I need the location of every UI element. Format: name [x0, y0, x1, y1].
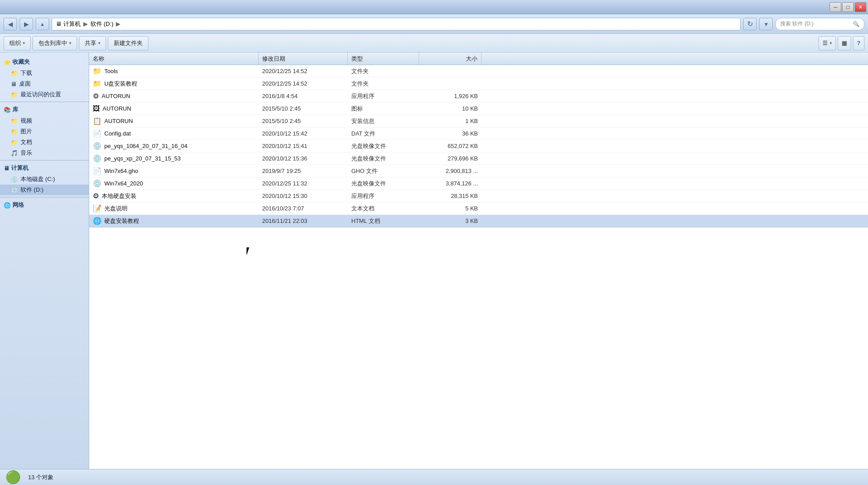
library-header[interactable]: 📚 库 — [0, 104, 89, 115]
file-type-icon: 🌐 — [93, 217, 102, 225]
download-label: 下载 — [21, 69, 32, 77]
col-header-type[interactable]: 类型 — [348, 53, 419, 65]
file-type-cell: GHO 文件 — [348, 166, 419, 176]
table-row[interactable]: 📋 AUTORUN 2015/5/10 2:45 安装信息 1 KB — [89, 115, 868, 127]
file-name-cell: 📄 Config.dat — [89, 128, 259, 139]
table-row[interactable]: 📄 Win7x64.gho 2019/9/7 19:25 GHO 文件 2,90… — [89, 165, 868, 177]
table-row[interactable]: 🖼 AUTORUN 2015/5/10 2:45 图标 10 KB — [89, 103, 868, 115]
file-size-cell: 2,900,813 ... — [419, 167, 481, 175]
file-type-icon: 📁 — [93, 67, 102, 75]
computer-header[interactable]: 🖥 计算机 — [0, 162, 89, 174]
file-list-container: 名称 修改日期 类型 大小 📁 Tools 2020/12/25 14:52 文… — [89, 53, 868, 469]
sidebar-item-localc[interactable]: 💿 本地磁盘 (C:) — [0, 174, 89, 185]
back-button[interactable]: ◀ — [4, 18, 17, 30]
share-button[interactable]: 共享 ▾ — [79, 36, 106, 50]
file-date-cell: 2015/5/10 2:45 — [259, 104, 348, 113]
maximize-button[interactable]: □ — [842, 2, 854, 12]
file-name: AUTORUN — [103, 105, 131, 112]
newfolder-label: 新建文件夹 — [114, 39, 143, 47]
file-rows: 📁 Tools 2020/12/25 14:52 文件夹 📁 U盘安装教程 20… — [89, 65, 868, 227]
up-button[interactable]: ▲ — [36, 18, 49, 30]
table-row[interactable]: 📝 光盘说明 2016/10/23 7:07 文本文档 5 KB — [89, 202, 868, 215]
table-row[interactable]: ⚙ 本地硬盘安装 2020/10/12 15:30 应用程序 28,315 KB — [89, 190, 868, 202]
file-type-cell: 文件夹 — [348, 79, 419, 89]
status-app-icon: 🟢 — [5, 470, 21, 485]
sidebar-item-picture[interactable]: 📁 图片 — [0, 126, 89, 137]
minimize-button[interactable]: ─ — [830, 2, 841, 12]
status-bar: 🟢 13 个对象 — [0, 469, 868, 485]
file-type-icon: 💿 — [93, 179, 102, 188]
file-name-cell: 💿 Win7x64_2020 — [89, 178, 259, 189]
localc-label: 本地磁盘 (C:) — [21, 175, 55, 183]
file-type-icon: 💿 — [93, 142, 102, 150]
table-row[interactable]: 💿 pe_yqs_1064_20_07_31_16_04 2020/10/12 … — [89, 140, 868, 152]
file-type-cell: DAT 文件 — [348, 129, 419, 139]
file-name: 本地硬盘安装 — [102, 192, 136, 200]
computer-section-icon: 🖥 — [4, 165, 9, 172]
table-row[interactable]: ⚙ AUTORUN 2016/1/8 4:54 应用程序 1,926 KB — [89, 90, 868, 103]
organize-label: 组织 — [9, 39, 21, 47]
file-date-cell: 2016/10/23 7:07 — [259, 204, 348, 213]
sidebar-item-desktop[interactable]: 🖥 桌面 — [0, 78, 89, 89]
file-size-cell — [419, 70, 481, 72]
refresh-button[interactable]: ↻ — [743, 18, 757, 30]
file-name-cell: 📄 Win7x64.gho — [89, 166, 259, 176]
file-type-icon: ⚙ — [93, 192, 99, 200]
col-header-name[interactable]: 名称 — [89, 53, 259, 65]
file-date-cell: 2020/12/25 14:52 — [259, 67, 348, 75]
path-computer: 计算机 — [63, 20, 81, 28]
change-view-button[interactable]: ▦ — [838, 36, 851, 50]
file-size-cell: 28,315 KB — [419, 192, 481, 200]
favorites-icon: ⭐ — [4, 59, 11, 66]
file-name: Win7x64.gho — [104, 168, 138, 174]
sidebar-item-download[interactable]: 📁 下载 — [0, 68, 89, 78]
file-name: AUTORUN — [102, 93, 130, 99]
organize-button[interactable]: 组织 ▾ — [4, 36, 31, 50]
close-button[interactable]: ✕ — [855, 2, 866, 12]
softwared-label: 软件 (D:) — [21, 186, 43, 194]
search-box[interactable]: 搜索 软件 (D:) 🔍 — [775, 18, 864, 30]
doc-icon: 📁 — [11, 139, 18, 146]
library-label: 包含到库中 — [38, 39, 67, 47]
library-arrow: ▾ — [69, 41, 71, 45]
favorites-header[interactable]: ⭐ 收藏夹 — [0, 56, 89, 68]
table-row[interactable]: 💿 Win7x64_2020 2020/12/25 11:32 光盘映像文件 3… — [89, 177, 868, 190]
view-button[interactable]: ☰ ▾ — [819, 36, 836, 50]
network-section: 🌐 网络 — [0, 199, 89, 211]
divider-1 — [0, 102, 89, 102]
file-type-cell: 文件夹 — [348, 66, 419, 76]
sidebar-item-video[interactable]: 📁 视频 — [0, 115, 89, 126]
table-row[interactable]: 💿 pe_yqs_xp_20_07_31_15_53 2020/10/12 15… — [89, 152, 868, 165]
table-row[interactable]: 🌐 硬盘安装教程 2016/11/21 22:03 HTML 文档 3 KB — [89, 215, 868, 227]
help-button[interactable]: ? — [853, 36, 864, 50]
sidebar-item-softwared[interactable]: 💿 软件 (D:) — [0, 185, 89, 195]
file-date-cell: 2020/10/12 15:30 — [259, 192, 348, 200]
window-controls: ─ □ ✕ — [830, 2, 866, 12]
sidebar-item-doc[interactable]: 📁 文档 — [0, 137, 89, 148]
file-name-cell: 💿 pe_yqs_xp_20_07_31_15_53 — [89, 153, 259, 164]
network-header[interactable]: 🌐 网络 — [0, 199, 89, 211]
sidebar-item-music[interactable]: 🎵 音乐 — [0, 148, 89, 158]
desktop-icon: 🖥 — [11, 81, 16, 87]
col-header-size[interactable]: 大小 — [419, 53, 481, 65]
file-name: pe_yqs_1064_20_07_31_16_04 — [104, 143, 188, 149]
col-header-date[interactable]: 修改日期 — [259, 53, 348, 65]
file-size-cell: 10 KB — [419, 104, 481, 113]
forward-button[interactable]: ▶ — [20, 18, 33, 30]
sidebar-item-recent[interactable]: 📁 最近访问的位置 — [0, 89, 89, 100]
library-button[interactable]: 包含到库中 ▾ — [33, 36, 77, 50]
file-date-cell: 2020/10/12 15:42 — [259, 129, 348, 138]
desktop-label: 桌面 — [19, 80, 31, 88]
file-name: 光盘说明 — [104, 205, 128, 213]
address-path[interactable]: 🖥 计算机 ▶ 软件 (D:) ▶ — [52, 18, 740, 30]
file-size-cell: 1,926 KB — [419, 92, 481, 100]
music-icon: 🎵 — [11, 150, 18, 156]
dropdown-button[interactable]: ▾ — [759, 18, 773, 30]
view-arrow: ▾ — [830, 41, 832, 45]
newfolder-button[interactable]: 新建文件夹 — [108, 36, 148, 50]
table-row[interactable]: 📄 Config.dat 2020/10/12 15:42 DAT 文件 36 … — [89, 127, 868, 140]
table-row[interactable]: 📁 U盘安装教程 2020/12/25 14:52 文件夹 — [89, 78, 868, 90]
file-size-cell: 279,696 KB — [419, 154, 481, 163]
library-section-label: 库 — [12, 106, 18, 114]
table-row[interactable]: 📁 Tools 2020/12/25 14:52 文件夹 — [89, 65, 868, 78]
